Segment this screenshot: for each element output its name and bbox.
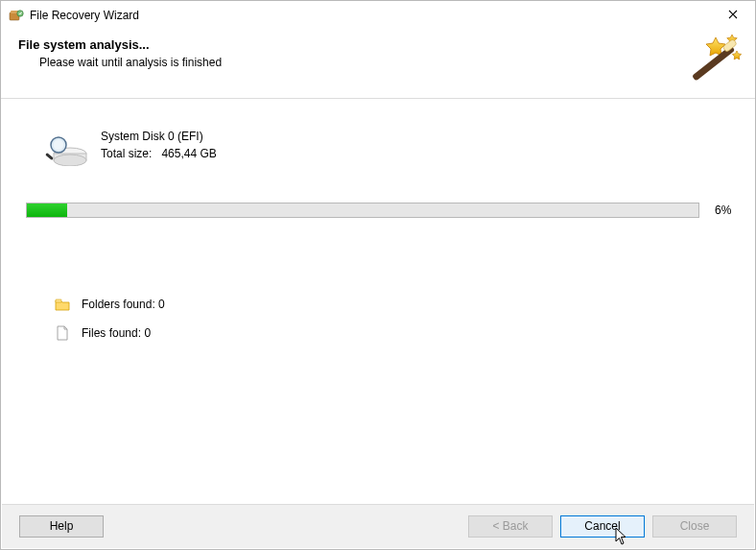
close-window-button[interactable] <box>711 1 755 30</box>
disk-name: System Disk 0 (EFI) <box>101 130 217 143</box>
svg-rect-12 <box>56 299 61 302</box>
close-icon <box>728 9 738 22</box>
help-button[interactable]: Help <box>19 515 104 538</box>
disk-magnifier-icon <box>45 133 87 166</box>
progress-percent: 6% <box>715 203 742 217</box>
files-found-count: 0 <box>144 326 151 340</box>
progress-bar <box>26 203 699 218</box>
wizard-wand-icon <box>690 34 747 85</box>
disk-size-value: 465,44 GB <box>161 147 216 160</box>
close-button: Close <box>652 515 737 538</box>
folders-found-label: Folders found: 0 <box>82 298 165 311</box>
disk-size-label: Total size: <box>101 147 152 160</box>
svg-rect-11 <box>45 153 54 160</box>
page-heading: File system analysis... <box>18 37 745 52</box>
svg-point-10 <box>54 140 64 151</box>
disk-size: Total size: 465,44 GB <box>101 147 217 160</box>
page-subheading: Please wait until analysis is finished <box>39 56 745 69</box>
window-title: File Recovery Wizard <box>30 9 711 22</box>
cancel-button[interactable]: Cancel <box>560 515 645 538</box>
app-icon <box>9 8 24 23</box>
progress-fill <box>27 203 67 217</box>
folders-found-count: 0 <box>158 298 165 311</box>
folder-icon <box>55 297 70 312</box>
svg-point-8 <box>54 155 86 166</box>
file-icon <box>55 325 70 341</box>
back-button: < Back <box>468 515 553 538</box>
files-found-label: Files found: 0 <box>82 326 151 340</box>
